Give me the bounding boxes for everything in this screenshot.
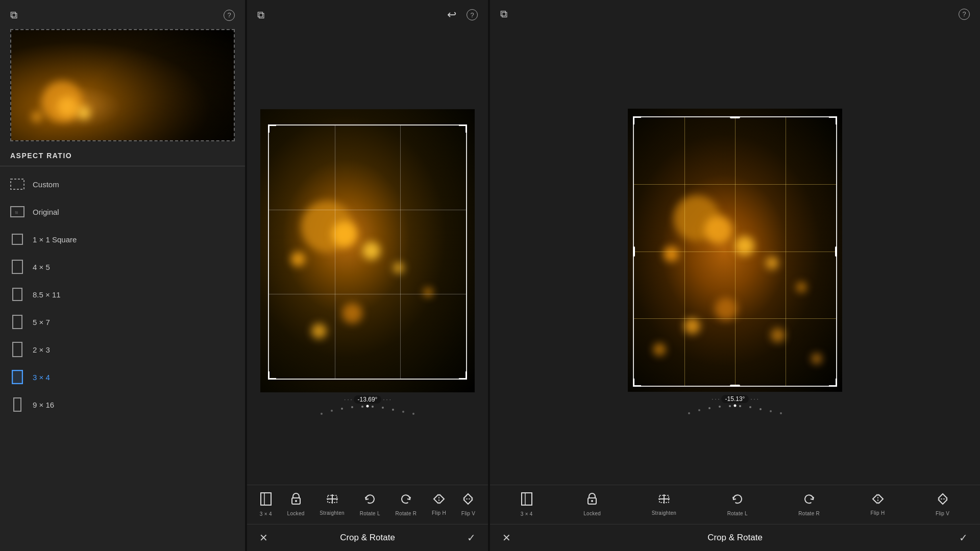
right-panel: ⧉ ? xyxy=(490,0,980,551)
right-tool-3x4[interactable]: 3 × 4 xyxy=(521,492,533,517)
4x5-ratio-label: 4 × 5 xyxy=(33,263,50,271)
svg-point-32 xyxy=(708,407,710,409)
5x7-ratio-icon xyxy=(10,315,24,329)
custom-ratio-label: Custom xyxy=(33,180,59,189)
right-flipV-icon xyxy=(937,493,948,508)
ratio-item-3x4[interactable]: 3 × 4 xyxy=(0,363,245,391)
center-title: Crop & Rotate xyxy=(340,533,395,543)
center-rotateR-icon xyxy=(400,493,412,508)
ratio-item-5x7[interactable]: 5 × 7 xyxy=(0,308,245,336)
center-photo-area: · · · -13.69° · · · xyxy=(247,30,488,485)
ratio-item-custom[interactable]: Custom xyxy=(0,170,245,198)
original-ratio-label: Original xyxy=(33,208,59,216)
right-3x4-label: 3 × 4 xyxy=(521,511,533,517)
svg-point-14 xyxy=(361,406,363,408)
center-straighten-label: Straighten xyxy=(320,510,345,516)
center-rotateL-icon xyxy=(364,493,376,508)
right-copy-icon[interactable]: ⧉ xyxy=(500,8,507,20)
svg-point-11 xyxy=(331,410,333,412)
svg-point-34 xyxy=(729,405,731,407)
center-undo-icon[interactable]: ↩ xyxy=(447,8,456,21)
center-3x4-label: 3 × 4 xyxy=(260,511,272,517)
center-tool-flipH[interactable]: Flip H xyxy=(432,493,446,516)
right-locked-label: Locked xyxy=(583,511,601,516)
original-ratio-icon: ◾ xyxy=(10,205,24,219)
svg-rect-9 xyxy=(14,398,21,411)
ratio-item-4x5[interactable]: 4 × 5 xyxy=(0,253,245,281)
svg-rect-0 xyxy=(11,179,24,189)
svg-point-40 xyxy=(780,412,782,414)
center-cancel-button[interactable]: ✕ xyxy=(259,532,268,544)
svg-point-18 xyxy=(392,409,394,411)
svg-rect-3 xyxy=(12,234,22,244)
svg-rect-7 xyxy=(13,342,22,357)
center-straighten-icon xyxy=(326,493,339,508)
9x16-ratio-icon xyxy=(10,397,24,412)
center-angle-arc xyxy=(316,405,419,415)
center-tool-locked[interactable]: Locked xyxy=(287,493,305,516)
svg-text:◾: ◾ xyxy=(13,209,20,216)
svg-point-38 xyxy=(760,408,762,410)
center-3x4-icon xyxy=(260,492,272,509)
right-help-icon[interactable]: ? xyxy=(959,9,970,20)
ratio-item-2x3[interactable]: 2 × 3 xyxy=(0,336,245,363)
svg-rect-41 xyxy=(522,493,532,505)
svg-point-37 xyxy=(749,406,751,408)
left-panel: ⧉ ? ASPECT RATIO Custom xyxy=(0,0,245,551)
right-flipH-label: Flip H xyxy=(871,510,885,516)
3x4-ratio-label: 3 × 4 xyxy=(33,373,50,382)
svg-point-16 xyxy=(372,406,374,408)
divider xyxy=(0,166,245,166)
svg-point-10 xyxy=(321,413,323,415)
right-rotateL-icon xyxy=(731,493,744,508)
center-flipV-icon xyxy=(462,493,474,508)
center-tool-straighten[interactable]: Straighten xyxy=(320,493,345,516)
thumbnail-container xyxy=(10,29,235,141)
center-help-icon[interactable]: ? xyxy=(467,9,478,20)
right-tool-flipH[interactable]: Flip H xyxy=(871,493,885,516)
svg-point-24 xyxy=(295,500,297,502)
copy-icon[interactable]: ⧉ xyxy=(10,9,17,21)
right-locked-icon xyxy=(587,493,597,508)
center-confirm-button[interactable]: ✓ xyxy=(467,532,476,544)
aspect-ratio-heading: ASPECT RATIO xyxy=(0,152,245,166)
center-locked-label: Locked xyxy=(287,511,305,516)
8511-ratio-icon xyxy=(10,287,24,302)
4x5-ratio-icon xyxy=(10,260,24,274)
right-tool-straighten[interactable]: Straighten xyxy=(652,493,677,516)
3x4-ratio-icon xyxy=(10,370,24,384)
right-toolbar: 3 × 4 Locked Straighten xyxy=(490,485,980,524)
svg-point-13 xyxy=(351,406,353,408)
right-angle-arc xyxy=(684,404,786,414)
center-tool-rotateR[interactable]: Rotate R xyxy=(396,493,417,516)
svg-rect-5 xyxy=(13,288,22,300)
right-tool-rotateL[interactable]: Rotate L xyxy=(727,493,748,516)
center-tool-3x4[interactable]: 3 × 4 xyxy=(260,492,272,517)
right-confirm-button[interactable]: ✓ xyxy=(959,532,968,544)
right-cancel-button[interactable]: ✕ xyxy=(502,532,511,544)
svg-point-30 xyxy=(688,412,690,414)
center-flipH-label: Flip H xyxy=(432,510,446,516)
custom-ratio-icon xyxy=(10,177,24,191)
2x3-ratio-label: 2 × 3 xyxy=(33,345,50,354)
center-tool-flipV[interactable]: Flip V xyxy=(461,493,475,516)
right-title: Crop & Rotate xyxy=(707,533,763,543)
svg-point-35 xyxy=(734,404,737,407)
right-tool-rotateR[interactable]: Rotate R xyxy=(798,493,820,516)
1x1-ratio-label: 1 × 1 Square xyxy=(33,235,77,244)
right-tool-locked[interactable]: Locked xyxy=(583,493,601,516)
right-tool-flipV[interactable]: Flip V xyxy=(936,493,949,516)
center-tool-rotateL[interactable]: Rotate L xyxy=(360,493,380,516)
center-photo-header: ⧉ ↩ ? xyxy=(247,0,488,30)
svg-rect-6 xyxy=(13,315,22,329)
center-locked-icon xyxy=(291,493,301,508)
svg-point-15 xyxy=(366,405,369,408)
svg-point-33 xyxy=(719,406,721,408)
center-copy-icon[interactable]: ⧉ xyxy=(257,9,264,21)
ratio-item-1x1[interactable]: 1 × 1 Square xyxy=(0,226,245,253)
ratio-item-9x16[interactable]: 9 × 16 xyxy=(0,391,245,418)
ratio-item-8511[interactable]: 8.5 × 11 xyxy=(0,281,245,308)
help-icon[interactable]: ? xyxy=(224,10,235,21)
ratio-item-original[interactable]: ◾ Original xyxy=(0,198,245,226)
1x1-ratio-icon xyxy=(10,232,24,246)
